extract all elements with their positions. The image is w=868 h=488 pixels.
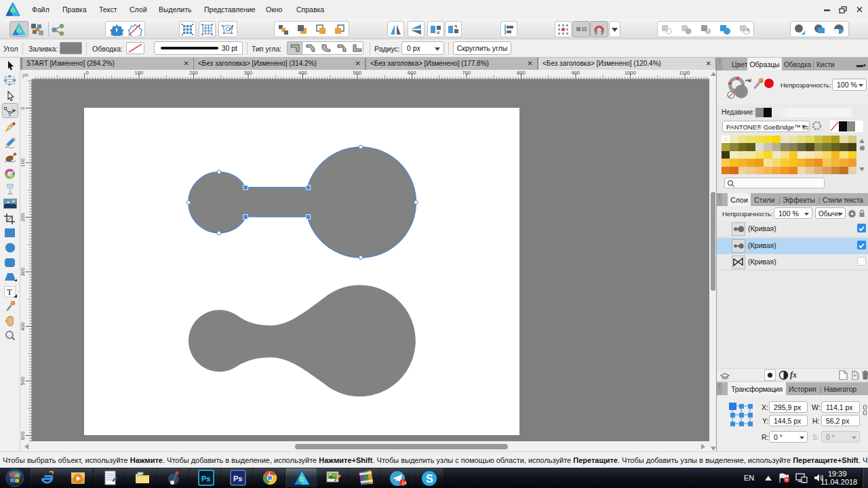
svg-text:900: 900 (572, 70, 580, 76)
svg-text:1000: 1000 (625, 70, 636, 76)
svg-text:600: 600 (20, 431, 26, 440)
svg-text:300: 300 (20, 268, 26, 277)
svg-text:400: 400 (20, 322, 26, 331)
svg-text:200: 200 (189, 70, 198, 76)
svg-text:.14: .14 (401, 481, 407, 485)
svg-text:600: 600 (408, 70, 416, 76)
svg-text:800: 800 (517, 70, 526, 76)
svg-text:100: 100 (135, 70, 144, 76)
svg-text:200: 200 (20, 213, 26, 222)
svg-text:Ps: Ps (233, 474, 242, 483)
svg-text:100: 100 (20, 159, 26, 167)
svg-text:1100: 1100 (679, 70, 690, 76)
svg-text:400: 400 (298, 70, 307, 76)
svg-text:700: 700 (462, 70, 471, 76)
svg-text:0: 0 (86, 70, 89, 76)
svg-text:300: 300 (244, 70, 253, 76)
svg-text:Ps: Ps (201, 474, 210, 483)
svg-text:0: 0 (20, 106, 26, 109)
svg-text:S: S (426, 473, 433, 485)
svg-text:500: 500 (353, 70, 362, 76)
svg-text:500: 500 (20, 377, 26, 386)
